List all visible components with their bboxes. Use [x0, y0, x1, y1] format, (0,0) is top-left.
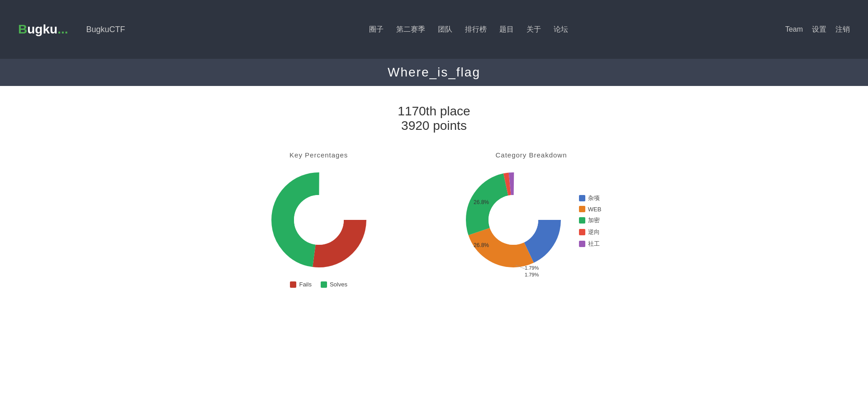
category-breakdown-chart: Category Breakdown	[461, 151, 602, 274]
crypto-legend-item: 加密	[579, 216, 602, 224]
logo-b: B	[18, 22, 27, 37]
page-title: Where_is_flag	[388, 65, 480, 80]
app-name-link[interactable]: BugkuCTF	[86, 25, 125, 34]
web-pct-label: 26.8%	[474, 199, 489, 205]
solves-legend-dot	[321, 281, 327, 288]
social-pct-label: 1.79%	[525, 272, 539, 277]
header-right: Team 设置 注销	[785, 25, 850, 34]
solves-label: 52.1%	[323, 210, 339, 217]
category-chart-wrapper: 26.8% 42.9% 26.8% 1.79% 1.79%	[461, 168, 602, 274]
logout-link[interactable]: 注销	[835, 25, 850, 34]
crypto-legend-label: 加密	[588, 216, 600, 224]
logo-rest: ugku	[27, 22, 57, 37]
social-legend-label: 社工	[588, 240, 600, 248]
page-title-bar: Where_is_flag	[0, 59, 868, 86]
nav-item-第二赛季[interactable]: 第二赛季	[396, 25, 425, 33]
key-percentages-title: Key Percentages	[289, 151, 348, 159]
team-link[interactable]: Team	[785, 25, 803, 33]
nav-links: 圈子 第二赛季 团队 排行榜 题目 关于 论坛	[152, 25, 785, 34]
web-legend-dot	[579, 206, 585, 212]
social-legend-item: 社工	[579, 240, 602, 248]
nav-item-排行榜[interactable]: 排行榜	[465, 25, 487, 33]
main-content: 1170th place 3920 points Key Percentages…	[0, 86, 868, 306]
logo[interactable]: Bugku...	[18, 22, 68, 37]
solves-legend-label: Solves	[330, 281, 347, 288]
nav-item-团队[interactable]: 团队	[438, 25, 452, 33]
stats: 1170th place 3920 points	[398, 104, 470, 133]
misc-legend-item: 杂项	[579, 194, 602, 202]
key-percentages-chart: Key Percentages 47.9% 52.1% Fails	[267, 151, 371, 288]
solves-legend-item: Solves	[321, 281, 347, 288]
nav-item-关于[interactable]: 关于	[526, 25, 541, 33]
key-percentages-svg: 47.9% 52.1%	[267, 168, 371, 272]
category-svg-wrapper: 26.8% 42.9% 26.8% 1.79% 1.79%	[461, 168, 565, 274]
charts-row: Key Percentages 47.9% 52.1% Fails	[9, 151, 859, 288]
fails-legend-dot	[290, 281, 296, 288]
category-donut-hole	[489, 195, 538, 245]
web-legend-item: WEB	[579, 206, 602, 213]
key-percentages-legend: Fails Solves	[290, 281, 347, 288]
reverse-legend-label: 逆向	[588, 228, 600, 236]
reverse-legend-dot	[579, 229, 585, 235]
settings-link[interactable]: 设置	[812, 25, 826, 34]
misc-legend-label: 杂项	[588, 194, 600, 202]
category-svg: 26.8% 42.9% 26.8% 1.79% 1.79%	[461, 168, 565, 272]
nav-item-圈子[interactable]: 圈子	[369, 25, 384, 33]
place-stat: 1170th place	[398, 104, 470, 119]
fails-legend-label: Fails	[299, 281, 311, 288]
misc-pct-label: 42.9%	[529, 210, 545, 217]
reverse-pct-label: 1.79%	[525, 265, 539, 271]
crypto-pct-label: 26.8%	[474, 242, 489, 248]
misc-legend-dot	[579, 195, 585, 201]
nav-item-论坛[interactable]: 论坛	[554, 25, 568, 33]
social-legend-dot	[579, 241, 585, 247]
web-legend-label: WEB	[588, 206, 602, 213]
points-stat: 3920 points	[398, 119, 470, 133]
category-breakdown-title: Category Breakdown	[495, 151, 567, 159]
crypto-legend-dot	[579, 217, 585, 224]
category-legend: 杂项 WEB 加密 逆向	[579, 194, 602, 248]
fails-legend-item: Fails	[290, 281, 311, 288]
reverse-legend-item: 逆向	[579, 228, 602, 236]
logo-dots: ...	[57, 22, 68, 37]
fails-label: 47.9%	[299, 217, 315, 224]
nav-item-题目[interactable]: 题目	[499, 25, 514, 33]
header: Bugku... BugkuCTF 圈子 第二赛季 团队 排行榜 题目 关于 论…	[0, 0, 868, 59]
